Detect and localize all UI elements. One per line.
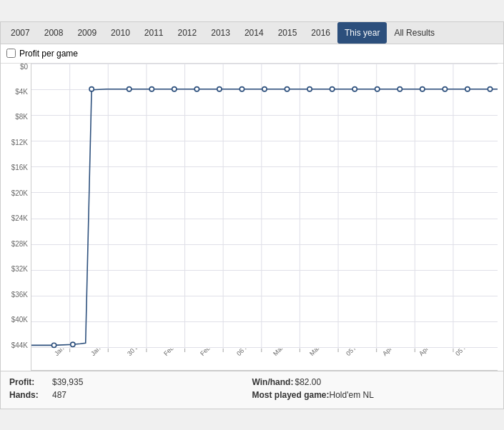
y-label-8: $12K bbox=[4, 139, 28, 146]
y-label-3: $32K bbox=[4, 266, 28, 273]
win-hand-label: Win/hand: bbox=[252, 377, 295, 387]
chart-svg bbox=[31, 64, 498, 349]
svg-point-19 bbox=[285, 86, 289, 91]
chart-inner: Jan 2018 Jan 2018 30 Jan Feb 2018 Feb 20… bbox=[31, 64, 498, 371]
profit-row: Profit: $39,935 bbox=[9, 377, 252, 387]
svg-point-11 bbox=[89, 86, 94, 91]
y-label-4: $28K bbox=[4, 241, 28, 248]
tab-2008[interactable]: 2008 bbox=[37, 22, 71, 44]
svg-point-23 bbox=[375, 86, 380, 91]
profit-per-game-checkbox[interactable] bbox=[6, 49, 16, 58]
tab-2015[interactable]: 2015 bbox=[271, 22, 305, 44]
svg-point-27 bbox=[465, 86, 470, 91]
most-played-value: Hold'em NL bbox=[330, 390, 374, 400]
tab-2016[interactable]: 2016 bbox=[304, 22, 337, 44]
svg-point-14 bbox=[172, 86, 177, 91]
y-label-6: $20K bbox=[4, 190, 28, 197]
svg-point-15 bbox=[194, 86, 199, 91]
y-axis: $44K $40K $36K $32K $28K $24K $20K $16K … bbox=[1, 64, 31, 371]
win-hand-value: $82.00 bbox=[295, 377, 322, 387]
x-axis: Jan 2018 Jan 2018 30 Jan Feb 2018 Feb 20… bbox=[31, 349, 498, 370]
y-label-7: $16K bbox=[4, 164, 28, 171]
y-label-5: $24K bbox=[4, 215, 28, 222]
svg-point-22 bbox=[352, 86, 357, 91]
y-label-0: $44K bbox=[4, 342, 28, 349]
profit-toggle-row: Profit per game bbox=[1, 44, 503, 64]
y-label-11: $0 bbox=[4, 64, 28, 71]
year-tabs: 2007 2008 2009 2010 2011 2012 2013 2014 … bbox=[1, 22, 503, 44]
most-played-row: Most played game: Hold'em NL bbox=[252, 390, 495, 400]
tab-this-year[interactable]: This year bbox=[337, 22, 387, 44]
hands-row: Hands: 487 bbox=[9, 390, 252, 400]
svg-point-26 bbox=[443, 86, 447, 91]
stats-bar: Profit: $39,935 Hands: 487 Win/hand: $82… bbox=[1, 371, 503, 409]
svg-point-21 bbox=[330, 86, 334, 91]
svg-point-25 bbox=[420, 86, 425, 91]
hands-value: 487 bbox=[52, 390, 66, 400]
svg-point-20 bbox=[307, 86, 312, 91]
most-played-label: Most played game: bbox=[252, 390, 330, 400]
svg-point-29 bbox=[51, 343, 56, 347]
x-labels-container: Jan 2018 Jan 2018 30 Jan Feb 2018 Feb 20… bbox=[31, 352, 498, 370]
tab-2010[interactable]: 2010 bbox=[104, 22, 137, 44]
svg-point-12 bbox=[127, 86, 132, 91]
profit-per-game-label[interactable]: Profit per game bbox=[19, 49, 78, 59]
tab-2014[interactable]: 2014 bbox=[237, 22, 271, 44]
tab-all-results[interactable]: All Results bbox=[387, 22, 442, 44]
svg-point-24 bbox=[397, 86, 402, 91]
tab-2012[interactable]: 2012 bbox=[171, 22, 204, 44]
svg-point-30 bbox=[71, 342, 75, 346]
y-label-2: $36K bbox=[4, 291, 28, 299]
tab-2011[interactable]: 2011 bbox=[137, 22, 171, 44]
profit-value: $39,935 bbox=[52, 377, 83, 387]
chart-container: $44K $40K $36K $32K $28K $24K $20K $16K … bbox=[1, 64, 503, 371]
svg-point-13 bbox=[149, 86, 154, 91]
stats-col-left: Profit: $39,935 Hands: 487 bbox=[9, 377, 252, 403]
tab-2007[interactable]: 2007 bbox=[4, 22, 37, 44]
svg-point-18 bbox=[262, 86, 267, 91]
hands-label: Hands: bbox=[9, 390, 52, 400]
main-container: 2007 2008 2009 2010 2011 2012 2013 2014 … bbox=[0, 21, 504, 409]
tab-2013[interactable]: 2013 bbox=[204, 22, 237, 44]
win-hand-row: Win/hand: $82.00 bbox=[252, 377, 495, 387]
svg-point-17 bbox=[239, 86, 244, 91]
y-label-10: $4K bbox=[4, 89, 28, 96]
tab-2009[interactable]: 2009 bbox=[70, 22, 104, 44]
stats-col-right: Win/hand: $82.00 Most played game: Hold'… bbox=[252, 377, 495, 403]
y-label-9: $8K bbox=[4, 114, 28, 121]
svg-point-16 bbox=[217, 86, 222, 91]
svg-point-28 bbox=[488, 86, 492, 91]
y-label-1: $40K bbox=[4, 316, 28, 324]
chart-wrapper: $44K $40K $36K $32K $28K $24K $20K $16K … bbox=[1, 64, 503, 371]
profit-label: Profit: bbox=[9, 377, 52, 387]
